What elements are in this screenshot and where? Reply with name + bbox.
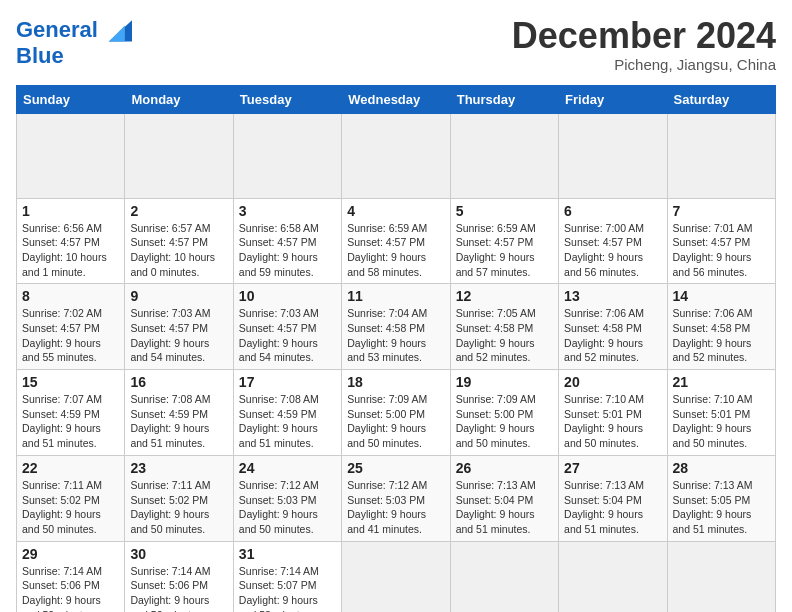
day-info: Sunrise: 7:10 AM Sunset: 5:01 PM Dayligh… <box>564 392 661 451</box>
day-cell: 21Sunrise: 7:10 AM Sunset: 5:01 PM Dayli… <box>667 370 775 456</box>
day-number: 30 <box>130 546 227 562</box>
day-number: 26 <box>456 460 553 476</box>
day-number: 7 <box>673 203 770 219</box>
day-cell: 3Sunrise: 6:58 AM Sunset: 4:57 PM Daylig… <box>233 198 341 284</box>
col-header-sunday: Sunday <box>17 85 125 113</box>
day-cell: 26Sunrise: 7:13 AM Sunset: 5:04 PM Dayli… <box>450 455 558 541</box>
day-cell: 27Sunrise: 7:13 AM Sunset: 5:04 PM Dayli… <box>559 455 667 541</box>
day-cell: 9Sunrise: 7:03 AM Sunset: 4:57 PM Daylig… <box>125 284 233 370</box>
location-subtitle: Picheng, Jiangsu, China <box>512 56 776 73</box>
day-info: Sunrise: 7:02 AM Sunset: 4:57 PM Dayligh… <box>22 306 119 365</box>
day-info: Sunrise: 7:06 AM Sunset: 4:58 PM Dayligh… <box>673 306 770 365</box>
logo-icon <box>100 16 132 44</box>
day-cell: 19Sunrise: 7:09 AM Sunset: 5:00 PM Dayli… <box>450 370 558 456</box>
day-number: 1 <box>22 203 119 219</box>
day-info: Sunrise: 7:08 AM Sunset: 4:59 PM Dayligh… <box>239 392 336 451</box>
day-cell <box>559 113 667 198</box>
day-info: Sunrise: 7:09 AM Sunset: 5:00 PM Dayligh… <box>347 392 444 451</box>
day-info: Sunrise: 7:08 AM Sunset: 4:59 PM Dayligh… <box>130 392 227 451</box>
day-number: 19 <box>456 374 553 390</box>
day-number: 31 <box>239 546 336 562</box>
day-number: 21 <box>673 374 770 390</box>
day-info: Sunrise: 7:13 AM Sunset: 5:04 PM Dayligh… <box>456 478 553 537</box>
week-row-1 <box>17 113 776 198</box>
day-number: 10 <box>239 288 336 304</box>
week-row-3: 8Sunrise: 7:02 AM Sunset: 4:57 PM Daylig… <box>17 284 776 370</box>
day-cell: 1Sunrise: 6:56 AM Sunset: 4:57 PM Daylig… <box>17 198 125 284</box>
day-cell: 4Sunrise: 6:59 AM Sunset: 4:57 PM Daylig… <box>342 198 450 284</box>
day-number: 16 <box>130 374 227 390</box>
day-number: 6 <box>564 203 661 219</box>
day-cell <box>342 541 450 612</box>
day-cell: 11Sunrise: 7:04 AM Sunset: 4:58 PM Dayli… <box>342 284 450 370</box>
day-info: Sunrise: 7:14 AM Sunset: 5:06 PM Dayligh… <box>130 564 227 612</box>
day-info: Sunrise: 7:11 AM Sunset: 5:02 PM Dayligh… <box>22 478 119 537</box>
day-info: Sunrise: 6:58 AM Sunset: 4:57 PM Dayligh… <box>239 221 336 280</box>
day-cell <box>125 113 233 198</box>
day-cell: 18Sunrise: 7:09 AM Sunset: 5:00 PM Dayli… <box>342 370 450 456</box>
day-cell: 23Sunrise: 7:11 AM Sunset: 5:02 PM Dayli… <box>125 455 233 541</box>
day-cell <box>559 541 667 612</box>
month-title: December 2024 <box>512 16 776 56</box>
day-cell: 24Sunrise: 7:12 AM Sunset: 5:03 PM Dayli… <box>233 455 341 541</box>
day-number: 14 <box>673 288 770 304</box>
day-info: Sunrise: 6:59 AM Sunset: 4:57 PM Dayligh… <box>456 221 553 280</box>
day-cell: 15Sunrise: 7:07 AM Sunset: 4:59 PM Dayli… <box>17 370 125 456</box>
day-number: 17 <box>239 374 336 390</box>
day-info: Sunrise: 7:09 AM Sunset: 5:00 PM Dayligh… <box>456 392 553 451</box>
day-cell: 30Sunrise: 7:14 AM Sunset: 5:06 PM Dayli… <box>125 541 233 612</box>
day-number: 11 <box>347 288 444 304</box>
day-cell: 8Sunrise: 7:02 AM Sunset: 4:57 PM Daylig… <box>17 284 125 370</box>
day-info: Sunrise: 6:59 AM Sunset: 4:57 PM Dayligh… <box>347 221 444 280</box>
day-cell <box>450 113 558 198</box>
day-number: 2 <box>130 203 227 219</box>
calendar-header-row: SundayMondayTuesdayWednesdayThursdayFrid… <box>17 85 776 113</box>
day-info: Sunrise: 7:04 AM Sunset: 4:58 PM Dayligh… <box>347 306 444 365</box>
day-info: Sunrise: 7:14 AM Sunset: 5:07 PM Dayligh… <box>239 564 336 612</box>
day-number: 27 <box>564 460 661 476</box>
day-number: 24 <box>239 460 336 476</box>
day-number: 5 <box>456 203 553 219</box>
col-header-saturday: Saturday <box>667 85 775 113</box>
day-cell: 20Sunrise: 7:10 AM Sunset: 5:01 PM Dayli… <box>559 370 667 456</box>
day-cell <box>450 541 558 612</box>
day-cell: 17Sunrise: 7:08 AM Sunset: 4:59 PM Dayli… <box>233 370 341 456</box>
day-cell <box>667 541 775 612</box>
week-row-4: 15Sunrise: 7:07 AM Sunset: 4:59 PM Dayli… <box>17 370 776 456</box>
day-number: 20 <box>564 374 661 390</box>
day-info: Sunrise: 7:03 AM Sunset: 4:57 PM Dayligh… <box>239 306 336 365</box>
day-info: Sunrise: 7:05 AM Sunset: 4:58 PM Dayligh… <box>456 306 553 365</box>
day-info: Sunrise: 6:57 AM Sunset: 4:57 PM Dayligh… <box>130 221 227 280</box>
col-header-friday: Friday <box>559 85 667 113</box>
day-number: 25 <box>347 460 444 476</box>
day-cell: 29Sunrise: 7:14 AM Sunset: 5:06 PM Dayli… <box>17 541 125 612</box>
day-info: Sunrise: 7:00 AM Sunset: 4:57 PM Dayligh… <box>564 221 661 280</box>
day-cell: 22Sunrise: 7:11 AM Sunset: 5:02 PM Dayli… <box>17 455 125 541</box>
day-number: 29 <box>22 546 119 562</box>
day-cell: 6Sunrise: 7:00 AM Sunset: 4:57 PM Daylig… <box>559 198 667 284</box>
day-number: 15 <box>22 374 119 390</box>
day-info: Sunrise: 7:14 AM Sunset: 5:06 PM Dayligh… <box>22 564 119 612</box>
day-info: Sunrise: 7:10 AM Sunset: 5:01 PM Dayligh… <box>673 392 770 451</box>
day-info: Sunrise: 7:13 AM Sunset: 5:04 PM Dayligh… <box>564 478 661 537</box>
day-number: 13 <box>564 288 661 304</box>
day-number: 3 <box>239 203 336 219</box>
logo-text-blue: Blue <box>16 44 132 68</box>
title-block: December 2024 Picheng, Jiangsu, China <box>512 16 776 73</box>
svg-marker-1 <box>109 26 125 42</box>
week-row-5: 22Sunrise: 7:11 AM Sunset: 5:02 PM Dayli… <box>17 455 776 541</box>
logo: General Blue <box>16 16 132 68</box>
day-cell <box>667 113 775 198</box>
logo-text: General <box>16 18 98 42</box>
day-cell: 13Sunrise: 7:06 AM Sunset: 4:58 PM Dayli… <box>559 284 667 370</box>
day-cell: 25Sunrise: 7:12 AM Sunset: 5:03 PM Dayli… <box>342 455 450 541</box>
col-header-wednesday: Wednesday <box>342 85 450 113</box>
day-number: 8 <box>22 288 119 304</box>
calendar-table: SundayMondayTuesdayWednesdayThursdayFrid… <box>16 85 776 612</box>
day-info: Sunrise: 6:56 AM Sunset: 4:57 PM Dayligh… <box>22 221 119 280</box>
day-number: 28 <box>673 460 770 476</box>
day-cell <box>233 113 341 198</box>
day-cell: 16Sunrise: 7:08 AM Sunset: 4:59 PM Dayli… <box>125 370 233 456</box>
day-info: Sunrise: 7:13 AM Sunset: 5:05 PM Dayligh… <box>673 478 770 537</box>
day-info: Sunrise: 7:11 AM Sunset: 5:02 PM Dayligh… <box>130 478 227 537</box>
